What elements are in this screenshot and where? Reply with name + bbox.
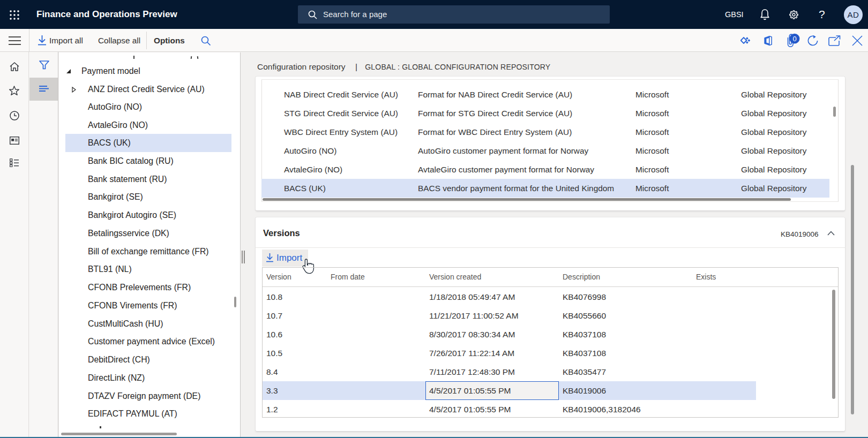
svg-text:0: 0 xyxy=(792,35,796,43)
